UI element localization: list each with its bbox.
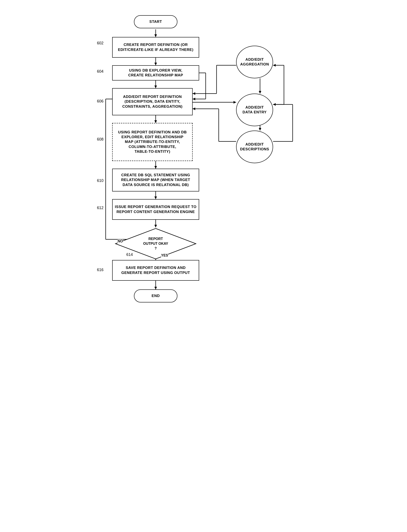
svg-marker-27 (234, 101, 236, 104)
svg-text:REPORT: REPORT (149, 237, 163, 241)
step-604-node: USING DB EXPLORER VIEW, CREATE RELATIONS… (112, 65, 199, 81)
step-num-606: 606 (97, 99, 103, 104)
svg-marker-9 (154, 166, 157, 169)
svg-marker-11 (154, 196, 157, 199)
svg-marker-25 (193, 98, 195, 100)
circle-aggregation: ADD/EDIT AGGREGATION (236, 46, 273, 78)
no-label: NO (118, 239, 123, 243)
circle-descriptions: ADD/EDIT DESCRIPTIONS (236, 130, 273, 163)
step-num-604: 604 (97, 69, 103, 74)
svg-marker-17 (154, 287, 157, 289)
step-602-node: CREATE REPORT DEFINITION (OR EDIT/CREATE… (112, 37, 199, 58)
svg-marker-37 (259, 91, 261, 94)
step-num-610: 610 (97, 178, 103, 183)
step-612-node: ISSUE REPORT GENERATION REQUEST TO REPOR… (112, 199, 199, 220)
step-606-node: ADD/EDIT REPORT DEFINITION (DESCRIPTION,… (112, 88, 193, 115)
svg-marker-43 (273, 103, 276, 106)
svg-marker-1 (154, 34, 157, 37)
svg-marker-3 (154, 63, 157, 65)
end-node: END (134, 289, 177, 302)
svg-marker-31 (193, 92, 195, 95)
step-608-node: USING REPORT DEFINITION AND DB EXPLORER,… (112, 123, 193, 161)
svg-marker-5 (154, 86, 157, 88)
start-node: START (134, 15, 177, 28)
svg-text:?: ? (155, 247, 157, 250)
step-num-612: 612 (97, 206, 103, 210)
flowchart-diagram: START 602 CREATE REPORT DEFINITION (OR E… (84, 9, 323, 522)
step-616-node: SAVE REPORT DEFINITION AND GENERATE REPO… (112, 260, 199, 281)
step-num-608: 608 (97, 137, 103, 142)
yes-label: YES (161, 253, 168, 258)
svg-text:OUTPUT OKAY: OUTPUT OKAY (143, 242, 168, 245)
step-614-diamond: REPORT OUTPUT OKAY ? (114, 227, 197, 260)
circle-data-entry: ADD/EDIT DATA ENTRY (236, 94, 273, 126)
svg-marker-7 (154, 120, 157, 123)
step-num-616: 616 (97, 268, 103, 272)
step-num-602: 602 (97, 41, 103, 46)
svg-marker-13 (154, 225, 157, 227)
svg-marker-47 (273, 64, 276, 67)
step-610-node: CREATE DB SQL STATEMENT USING RELATIONSH… (112, 169, 199, 192)
svg-marker-35 (193, 107, 195, 110)
svg-marker-39 (259, 128, 261, 130)
